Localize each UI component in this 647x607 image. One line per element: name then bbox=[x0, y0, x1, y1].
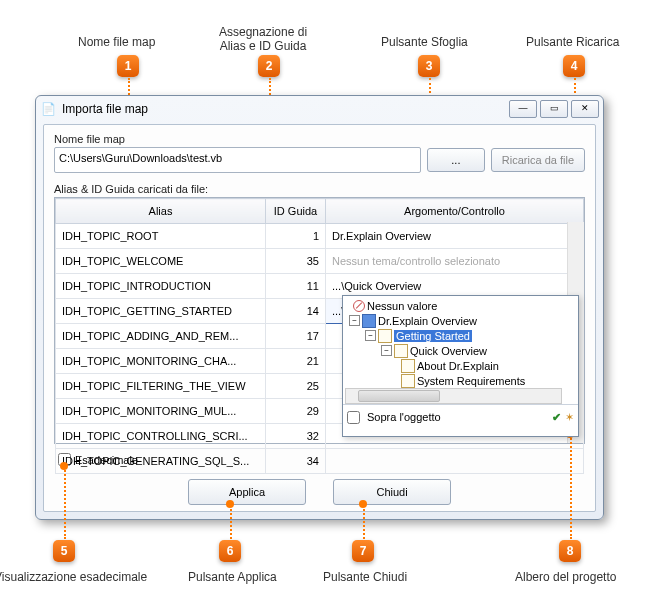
window-title: Importa file map bbox=[62, 102, 506, 116]
col-id-header[interactable]: ID Guida bbox=[266, 199, 326, 224]
cell-id[interactable]: 32 bbox=[266, 424, 326, 449]
cell-topic[interactable]: Dr.Explain Overview bbox=[326, 224, 584, 249]
tree-about[interactable]: About Dr.Explain bbox=[417, 360, 499, 372]
page-icon bbox=[378, 329, 392, 343]
cancel-icon[interactable]: ✶ bbox=[565, 411, 574, 424]
callout-line bbox=[230, 505, 232, 539]
browse-button[interactable]: ... bbox=[427, 148, 485, 172]
tree-scrollbar-horizontal[interactable] bbox=[345, 388, 562, 404]
cell-id[interactable]: 17 bbox=[266, 324, 326, 349]
reload-button[interactable]: Ricarica da file bbox=[491, 148, 585, 172]
filemap-path-input[interactable]: C:\Users\Guru\Downloads\test.vb bbox=[54, 147, 421, 173]
close-button[interactable]: Chiudi bbox=[333, 479, 451, 505]
callout-badge-3: 3 bbox=[418, 55, 440, 77]
cell-id[interactable]: 34 bbox=[266, 449, 326, 474]
cell-alias[interactable]: IDH_TOPIC_WELCOME bbox=[56, 249, 266, 274]
alias-table-wrap: Alias ID Guida Argomento/Controllo IDH_T… bbox=[54, 197, 585, 444]
callout-label-4: Pulsante Ricarica bbox=[526, 35, 619, 49]
page-icon bbox=[394, 344, 408, 358]
project-tree-popover: Nessun valore − Dr.Explain Overview − Ge… bbox=[342, 295, 579, 437]
callout-label-3: Pulsante Sfoglia bbox=[381, 35, 468, 49]
callout-label-6: Pulsante Applica bbox=[188, 570, 277, 584]
table-row[interactable]: IDH_TOPIC_WELCOME35Nessun tema/controllo… bbox=[56, 249, 584, 274]
confirm-icon[interactable]: ✔ bbox=[552, 411, 561, 424]
cell-alias[interactable]: IDH_TOPIC_ADDING_AND_REM... bbox=[56, 324, 266, 349]
titlebar[interactable]: 📄 Importa file map — ▭ ✕ bbox=[36, 96, 603, 122]
callout-label-2: Assegnazione di Alias e ID Guida bbox=[219, 25, 307, 53]
table-row[interactable]: IDH_TOPIC_ROOT1Dr.Explain Overview bbox=[56, 224, 584, 249]
cell-id[interactable]: 29 bbox=[266, 399, 326, 424]
tree-root[interactable]: Dr.Explain Overview bbox=[378, 315, 477, 327]
expander-icon[interactable]: − bbox=[381, 345, 392, 356]
expander-icon[interactable]: − bbox=[365, 330, 376, 341]
callout-dot bbox=[226, 500, 234, 508]
cell-id[interactable]: 25 bbox=[266, 374, 326, 399]
minimize-button[interactable]: — bbox=[509, 100, 537, 118]
book-icon bbox=[362, 314, 376, 328]
app-icon: 📄 bbox=[40, 101, 56, 117]
callout-badge-8: 8 bbox=[559, 540, 581, 562]
callout-line bbox=[64, 467, 66, 539]
callout-label-7: Pulsante Chiudi bbox=[323, 570, 407, 584]
cell-alias[interactable]: IDH_TOPIC_MONITORING_CHA... bbox=[56, 349, 266, 374]
callout-dot bbox=[60, 462, 68, 470]
page-icon bbox=[401, 374, 415, 388]
above-object-checkbox[interactable] bbox=[347, 411, 360, 424]
callout-badge-1: 1 bbox=[117, 55, 139, 77]
expander-icon[interactable]: − bbox=[349, 315, 360, 326]
tree-body[interactable]: Nessun valore − Dr.Explain Overview − Ge… bbox=[343, 296, 578, 404]
cell-alias[interactable]: IDH_TOPIC_FILTERING_THE_VIEW bbox=[56, 374, 266, 399]
cell-alias[interactable]: IDH_TOPIC_GENERATING_SQL_S... bbox=[56, 449, 266, 474]
callout-label-1: Nome file map bbox=[78, 35, 155, 49]
callout-badge-7: 7 bbox=[352, 540, 374, 562]
cell-topic[interactable] bbox=[326, 449, 584, 474]
above-object-label: Sopra l'oggetto bbox=[367, 411, 441, 423]
cell-id[interactable]: 11 bbox=[266, 274, 326, 299]
cell-id[interactable]: 14 bbox=[266, 299, 326, 324]
tree-quick-overview[interactable]: Quick Overview bbox=[410, 345, 487, 357]
dialog-window: 📄 Importa file map — ▭ ✕ Nome file map C… bbox=[35, 95, 604, 520]
tree-getting-started[interactable]: Getting Started bbox=[394, 330, 472, 342]
callout-badge-6: 6 bbox=[219, 540, 241, 562]
page-icon bbox=[401, 359, 415, 373]
filemap-label: Nome file map bbox=[54, 133, 585, 145]
col-alias-header[interactable]: Alias bbox=[56, 199, 266, 224]
callout-line bbox=[363, 505, 365, 539]
loaded-label: Alias & ID Guida caricati da file: bbox=[54, 183, 585, 195]
callout-badge-4: 4 bbox=[563, 55, 585, 77]
cell-id[interactable]: 1 bbox=[266, 224, 326, 249]
client-area: Nome file map C:\Users\Guru\Downloads\te… bbox=[43, 124, 596, 512]
table-row[interactable]: IDH_TOPIC_GENERATING_SQL_S...34 bbox=[56, 449, 584, 474]
cell-alias[interactable]: IDH_TOPIC_CONTROLLING_SCRI... bbox=[56, 424, 266, 449]
cell-alias[interactable]: IDH_TOPIC_GETTING_STARTED bbox=[56, 299, 266, 324]
cell-alias[interactable]: IDH_TOPIC_INTRODUCTION bbox=[56, 274, 266, 299]
cell-id[interactable]: 21 bbox=[266, 349, 326, 374]
cell-alias[interactable]: IDH_TOPIC_ROOT bbox=[56, 224, 266, 249]
callout-label-5: Visualizzazione esadecimale bbox=[0, 570, 147, 584]
apply-button[interactable]: Applica bbox=[188, 479, 306, 505]
tree-none[interactable]: Nessun valore bbox=[367, 300, 437, 312]
callout-line bbox=[570, 435, 572, 539]
callout-badge-5: 5 bbox=[53, 540, 75, 562]
none-icon bbox=[353, 300, 365, 312]
cell-alias[interactable]: IDH_TOPIC_MONITORING_MUL... bbox=[56, 399, 266, 424]
cell-topic[interactable]: Nessun tema/controllo selezionato bbox=[326, 249, 584, 274]
tree-footer: Sopra l'oggetto ✔ ✶ bbox=[343, 404, 578, 429]
callout-badge-2: 2 bbox=[258, 55, 280, 77]
callout-dot bbox=[359, 500, 367, 508]
col-topic-header[interactable]: Argomento/Controllo bbox=[326, 199, 584, 224]
callout-label-8: Albero del progetto bbox=[515, 570, 616, 584]
tree-sysreq[interactable]: System Requirements bbox=[417, 375, 525, 387]
close-window-button[interactable]: ✕ bbox=[571, 100, 599, 118]
maximize-button[interactable]: ▭ bbox=[540, 100, 568, 118]
cell-id[interactable]: 35 bbox=[266, 249, 326, 274]
